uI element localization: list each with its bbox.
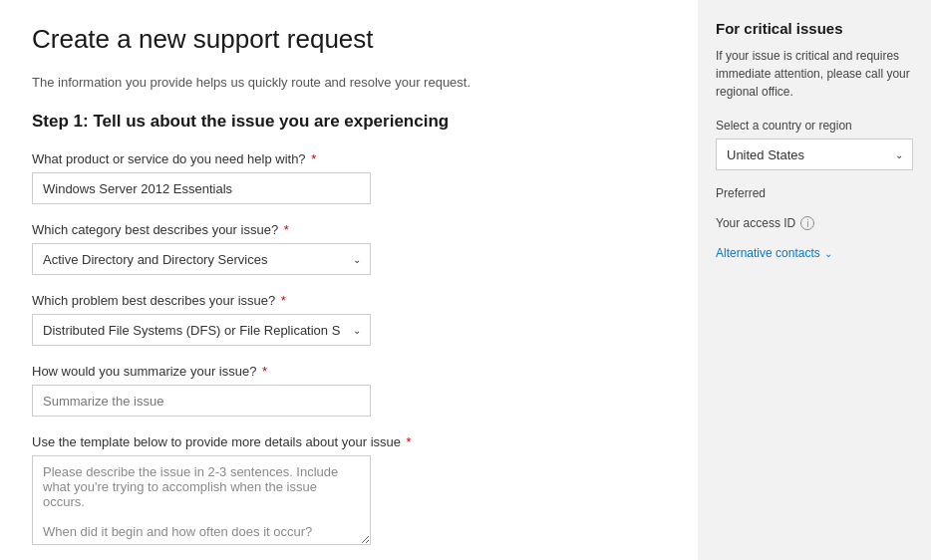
problem-field-group: Which problem best describes your issue?… bbox=[32, 293, 666, 346]
summary-input[interactable] bbox=[32, 385, 371, 417]
step-heading: Step 1: Tell us about the issue you are … bbox=[32, 112, 666, 132]
category-select-wrapper: Active Directory and Directory Services … bbox=[32, 243, 371, 275]
sidebar: For critical issues If your issue is cri… bbox=[698, 0, 931, 560]
details-label: Use the template below to provide more d… bbox=[32, 434, 666, 449]
country-select-wrapper: United States Canada United Kingdom Aust… bbox=[716, 139, 913, 170]
summary-label: How would you summarize your issue? * bbox=[32, 364, 666, 379]
main-content: Create a new support request The informa… bbox=[0, 0, 698, 560]
summary-field-group: How would you summarize your issue? * bbox=[32, 364, 666, 417]
category-field-group: Which category best describes your issue… bbox=[32, 222, 666, 275]
page-title: Create a new support request bbox=[32, 24, 666, 55]
sidebar-description: If your issue is critical and requires i… bbox=[716, 47, 913, 101]
product-input[interactable] bbox=[32, 172, 371, 204]
info-icon[interactable]: i bbox=[800, 216, 814, 230]
country-region-label: Select a country or region bbox=[716, 119, 913, 133]
country-select[interactable]: United States Canada United Kingdom Aust… bbox=[716, 139, 913, 170]
access-id-label: Your access ID bbox=[716, 216, 795, 230]
alt-contacts-chevron-icon: ⌄ bbox=[824, 248, 832, 259]
problem-select-wrapper: Distributed File Systems (DFS) or File R… bbox=[32, 314, 371, 346]
preferred-label: Preferred bbox=[716, 186, 913, 200]
required-star-problem: * bbox=[277, 293, 286, 308]
problem-label: Which problem best describes your issue?… bbox=[32, 293, 666, 308]
required-star-category: * bbox=[280, 222, 289, 237]
product-field-group: What product or service do you need help… bbox=[32, 151, 666, 204]
required-star-summary: * bbox=[258, 364, 267, 379]
subtitle: The information you provide helps us qui… bbox=[32, 75, 666, 90]
details-textarea[interactable]: Please describe the issue in 2-3 sentenc… bbox=[32, 455, 371, 545]
product-label: What product or service do you need help… bbox=[32, 151, 666, 166]
category-label: Which category best describes your issue… bbox=[32, 222, 666, 237]
problem-select[interactable]: Distributed File Systems (DFS) or File R… bbox=[32, 314, 371, 346]
required-star: * bbox=[308, 151, 317, 166]
alternative-contacts-link[interactable]: Alternative contacts ⌄ bbox=[716, 246, 913, 260]
details-field-group: Use the template below to provide more d… bbox=[32, 434, 666, 548]
access-id-row: Your access ID i bbox=[716, 216, 913, 230]
category-select[interactable]: Active Directory and Directory Services bbox=[32, 243, 371, 275]
required-star-details: * bbox=[403, 434, 412, 449]
sidebar-title: For critical issues bbox=[716, 20, 913, 37]
